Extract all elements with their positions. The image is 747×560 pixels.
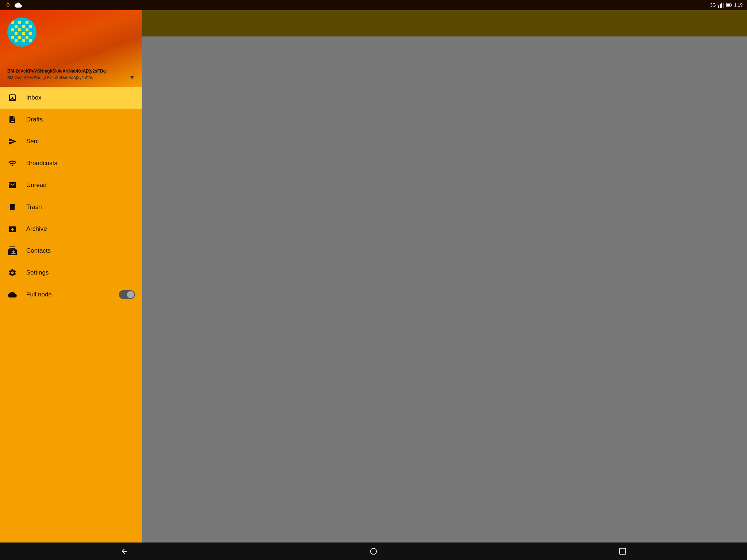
sidebar-item-sent[interactable]: Sent [0, 131, 142, 152]
svg-rect-45 [13, 187, 16, 188]
svg-rect-14 [11, 25, 14, 28]
svg-rect-17 [22, 25, 25, 28]
account-address-row[interactable]: BM-2cVcKPvVSNmgkSk4eXrtNabKdAjXy2sFDq ▼ [7, 74, 135, 81]
broadcasts-label: Broadcasts [26, 160, 57, 167]
svg-rect-13 [29, 21, 32, 24]
sidebar-item-broadcasts[interactable]: Broadcasts [0, 152, 142, 174]
broadcasts-icon [7, 158, 18, 168]
svg-rect-10 [18, 21, 21, 24]
sidebar-item-archive[interactable]: Archive [0, 218, 142, 240]
svg-rect-35 [22, 36, 25, 39]
svg-rect-26 [11, 32, 14, 35]
chevron-down-icon: ▼ [129, 74, 135, 81]
fullnode-icon [7, 289, 18, 300]
sent-label: Sent [26, 138, 39, 145]
sidebar-item-unread[interactable]: Unread [0, 174, 142, 196]
svg-rect-24 [26, 28, 28, 31]
sidebar-item-fullnode[interactable]: Full node [0, 284, 142, 306]
sidebar-item-settings[interactable]: Settings [0, 262, 142, 284]
svg-rect-37 [29, 36, 32, 39]
svg-rect-34 [18, 36, 21, 39]
nav-list: Inbox Drafts Sent [0, 87, 142, 350]
svg-rect-18 [26, 25, 28, 28]
main-content [142, 10, 467, 350]
settings-label: Settings [26, 269, 49, 276]
contacts-label: Contacts [26, 247, 51, 254]
sent-icon [7, 136, 18, 147]
svg-rect-15 [15, 25, 18, 28]
sidebar-header: BM-2cVcKPvVSNmgkSk4eXrtNabKdAjXy2sFDq BM… [0, 10, 142, 87]
svg-rect-36 [26, 36, 28, 39]
trash-icon [7, 202, 18, 212]
unread-icon [7, 180, 18, 190]
avatar-image [7, 18, 36, 47]
sidebar-item-contacts[interactable]: Contacts [0, 240, 142, 262]
svg-rect-42 [26, 39, 28, 42]
svg-rect-23 [22, 28, 25, 31]
svg-rect-21 [15, 28, 18, 31]
toggle-knob [127, 291, 134, 298]
archive-label: Archive [26, 225, 47, 233]
status-bar-left [4, 1, 22, 9]
avatar[interactable] [7, 18, 36, 47]
svg-rect-30 [26, 32, 28, 35]
svg-rect-33 [15, 36, 18, 39]
status-bar: 3G 1:19 [0, 0, 467, 10]
svg-rect-19 [29, 25, 32, 28]
main-header [142, 10, 467, 36]
svg-rect-29 [22, 32, 25, 35]
svg-rect-9 [15, 21, 18, 24]
unread-label: Unread [26, 182, 47, 189]
inbox-icon [7, 93, 18, 103]
sidebar-item-drafts[interactable]: Drafts [0, 109, 142, 131]
sidebar: BM-2cVcKPvVSNmgkSk4eXrtNabKdAjXy2sFDq BM… [0, 10, 142, 350]
toggle-switch[interactable] [119, 290, 135, 299]
svg-rect-40 [18, 39, 21, 42]
svg-rect-28 [18, 32, 21, 35]
svg-rect-12 [26, 21, 28, 24]
fire-icon [4, 1, 12, 9]
svg-rect-25 [29, 28, 32, 31]
drafts-icon [7, 114, 18, 125]
svg-rect-11 [22, 21, 25, 24]
svg-rect-43 [29, 39, 32, 42]
drafts-label: Drafts [26, 116, 43, 123]
svg-rect-32 [11, 36, 14, 39]
svg-rect-22 [18, 28, 21, 31]
account-address-main: BM-2cVcKPvVSNmgkSk4eXrtNabKdAjXy2sFDq [7, 69, 135, 74]
svg-rect-8 [11, 21, 14, 24]
svg-rect-39 [15, 39, 18, 42]
account-address-sub: BM-2cVcKPvVSNmgkSk4eXrtNabKdAjXy2sFDq [7, 75, 126, 80]
svg-rect-27 [15, 32, 18, 35]
fullnode-toggle[interactable] [119, 290, 135, 299]
contacts-icon [7, 246, 18, 256]
svg-rect-38 [11, 39, 14, 42]
sidebar-item-trash[interactable]: Trash [0, 196, 142, 218]
sidebar-item-inbox[interactable]: Inbox [0, 87, 142, 109]
trash-label: Trash [26, 203, 42, 211]
svg-rect-16 [18, 25, 21, 28]
fullnode-label: Full node [26, 291, 52, 298]
cloud-status-icon [15, 1, 22, 9]
settings-icon [7, 268, 18, 278]
svg-rect-20 [11, 28, 14, 31]
svg-rect-31 [29, 32, 32, 35]
archive-icon [7, 224, 18, 234]
svg-rect-41 [22, 39, 25, 42]
inbox-label: Inbox [26, 94, 42, 101]
svg-rect-44 [13, 186, 16, 187]
